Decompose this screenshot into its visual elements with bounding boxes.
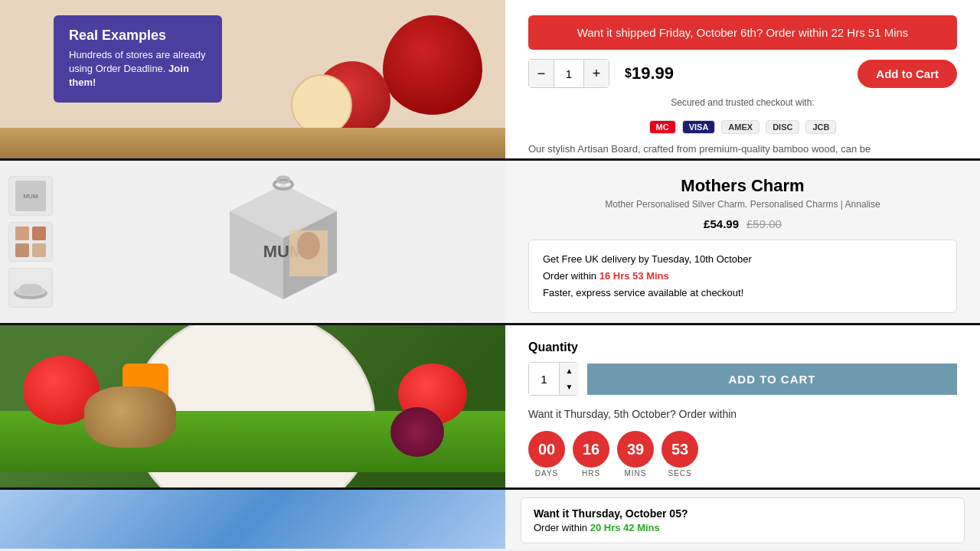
thumbnail-list: MUM xyxy=(0,161,61,323)
food-image-area xyxy=(0,325,505,487)
countdown-mins-value: 39 xyxy=(617,431,654,468)
countdown-secs-label: SECS xyxy=(668,469,691,478)
section1-image-area: Real Examples Hundreds of stores are alr… xyxy=(0,0,505,158)
price-row: £54.99 £59.00 xyxy=(528,217,957,230)
quantity-label: Quantity xyxy=(528,341,957,354)
want-it-box-title: Want it Thursday, October 05? xyxy=(534,507,952,520)
apple-red-1 xyxy=(383,15,482,115)
section1-product-area: Want it shipped Friday, October 6th? Ord… xyxy=(505,0,980,158)
order-within-text: Order within xyxy=(534,522,587,533)
discover-icon: DISC xyxy=(766,120,799,134)
visa-icon: VISA xyxy=(682,120,716,134)
section-top: Real Examples Hundreds of stores are alr… xyxy=(0,0,980,161)
apple-slice xyxy=(291,74,352,135)
quantity-stepper: ▲ ▼ xyxy=(528,362,578,396)
blue-fabric-image xyxy=(0,490,505,549)
add-to-cart-button-top[interactable]: Add to Cart xyxy=(858,60,957,88)
bottom-info-area: Want it Thursday, October 05? Order with… xyxy=(505,490,980,549)
svg-rect-3 xyxy=(32,227,46,240)
delivery-order-within: Order within xyxy=(543,270,596,282)
amex-icon: AMEX xyxy=(721,120,760,134)
product-description: Our stylish Artisan Board, crafted from … xyxy=(528,143,957,155)
real-examples-promo: Real Examples Hundreds of stores are alr… xyxy=(54,15,222,103)
countdown-days-value: 00 xyxy=(528,431,565,468)
quantity-input[interactable] xyxy=(554,60,584,87)
quantity-row: − + $19.99 Add to Cart xyxy=(528,59,957,88)
countdown-mins-label: MINS xyxy=(625,469,647,478)
cutting-board xyxy=(0,128,505,158)
want-it-box-order: Order within 20 Hrs 42 Mins xyxy=(534,522,952,533)
real-examples-body: Hundreds of stores are already using Ord… xyxy=(69,48,207,90)
svg-rect-4 xyxy=(15,243,29,257)
svg-rect-2 xyxy=(15,227,29,240)
countdown-hrs: 16 HRS xyxy=(573,431,609,478)
svg-rect-5 xyxy=(32,243,46,257)
delivery-info-box: Get Free UK delivery by Tuesday, 10th Oc… xyxy=(528,240,957,313)
delivery-line2: Order within 16 Hrs 53 Mins xyxy=(543,268,942,285)
real-examples-title: Real Examples xyxy=(69,28,207,44)
secure-checkout-text: Secured and trusted checkout with: xyxy=(528,97,957,108)
food-photo xyxy=(0,325,505,487)
thumb2-svg xyxy=(11,223,50,261)
thumbnail-2[interactable] xyxy=(8,222,53,262)
countdown-secs: 53 SECS xyxy=(662,431,698,478)
countdown-hrs-value: 16 xyxy=(573,431,609,468)
jcb-icon: JCB xyxy=(805,120,836,134)
section-bottom-partial: Want it Thursday, October 05? Order with… xyxy=(0,490,980,549)
thumbnail-3[interactable] xyxy=(8,268,53,308)
countdown-row: 00 DAYS 16 HRS 39 MINS 53 SECS xyxy=(528,431,957,478)
want-it-info-box: Want it Thursday, October 05? Order with… xyxy=(521,497,965,543)
countdown-days: 00 DAYS xyxy=(528,431,565,478)
charm-product-info: Mothers Charm Mother Personalised Silver… xyxy=(505,161,980,323)
price-original: £59.00 xyxy=(746,217,782,230)
delivery-line3: Faster, express service available at che… xyxy=(543,285,942,302)
countdown-mins: 39 MINS xyxy=(617,431,654,478)
want-it-text: Want it Thursday, 5th October? Order wit… xyxy=(528,408,957,420)
meat xyxy=(84,386,176,448)
countdown-secs-value: 53 xyxy=(662,431,698,468)
delivery-line1: Get Free UK delivery by Tuesday, 10th Oc… xyxy=(543,251,942,268)
delivery-time-highlight: 16 Hrs 53 Mins xyxy=(599,270,669,282)
price-current: £54.99 xyxy=(704,217,739,230)
quantity-decrement-button[interactable]: − xyxy=(529,60,554,87)
section-food: Quantity ▲ ▼ ADD TO CART Want it Thursda… xyxy=(0,325,980,490)
svg-rect-8 xyxy=(19,284,42,295)
thumbnail-1[interactable]: MUM xyxy=(8,176,53,216)
thumb1-svg: MUM xyxy=(11,177,50,215)
thumb3-svg xyxy=(11,269,50,307)
quantity-increment-button[interactable]: + xyxy=(584,60,609,87)
stepper-arrows: ▲ ▼ xyxy=(560,363,579,395)
shipping-banner: Want it shipped Friday, October 6th? Ord… xyxy=(528,15,957,50)
add-to-cart-button-food[interactable]: ADD TO CART xyxy=(587,364,957,395)
quantity-controls: − + xyxy=(528,59,609,88)
product-subtitle: Mother Personalised Silver Charm. Person… xyxy=(528,199,957,210)
price-display: $19.99 xyxy=(625,64,674,83)
currency-symbol: $ xyxy=(625,67,632,80)
stepper-down-button[interactable]: ▼ xyxy=(560,379,579,395)
mastercard-icon: MC xyxy=(649,120,676,134)
payment-icons-row: MC VISA AMEX DISC JCB xyxy=(528,120,957,134)
countdown-days-label: DAYS xyxy=(535,469,559,478)
quantity-add-row: ▲ ▼ ADD TO CART xyxy=(528,362,957,396)
charm-cube-svg: MUM xyxy=(199,169,368,315)
food-product-info: Quantity ▲ ▼ ADD TO CART Want it Thursda… xyxy=(505,325,980,487)
svg-text:MUM: MUM xyxy=(23,193,38,200)
beet xyxy=(390,407,444,457)
price-amount: 19.99 xyxy=(632,64,674,83)
product-title: Mothers Charm xyxy=(528,176,957,196)
order-time-highlight: 20 Hrs 42 Mins xyxy=(590,522,660,533)
food-quantity-input[interactable] xyxy=(529,363,560,395)
fabric-image-area xyxy=(0,490,505,549)
countdown-hrs-label: HRS xyxy=(582,469,600,478)
section-charm: MUM xyxy=(0,161,980,325)
charm-image-area: MUM xyxy=(0,161,505,323)
charm-main-image-area: MUM xyxy=(61,161,505,323)
svg-point-14 xyxy=(297,232,320,259)
stepper-up-button[interactable]: ▲ xyxy=(560,363,579,379)
